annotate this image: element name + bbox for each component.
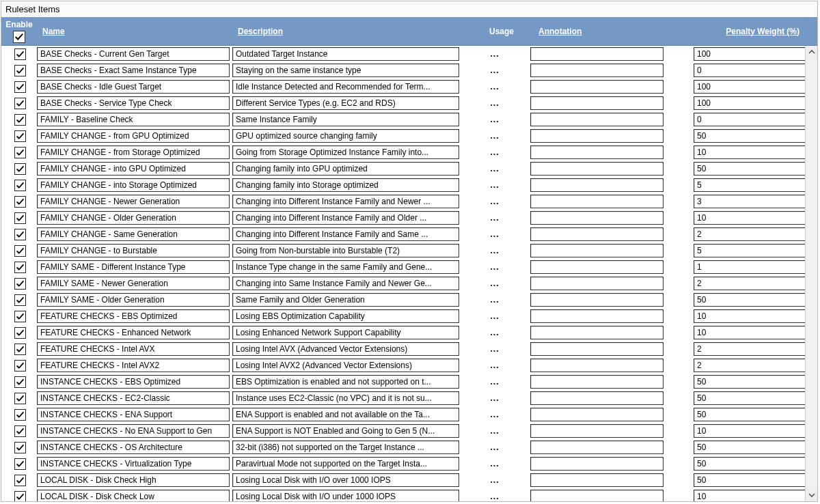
row-usage-cell[interactable]: ... bbox=[461, 115, 529, 124]
row-name-input[interactable] bbox=[37, 457, 230, 471]
row-annotation-input[interactable] bbox=[530, 80, 664, 94]
row-description-input[interactable] bbox=[232, 145, 459, 159]
vertical-scrollbar[interactable] bbox=[805, 46, 817, 501]
row-description-input[interactable] bbox=[232, 440, 459, 454]
row-penalty-input[interactable] bbox=[694, 96, 813, 110]
row-name-input[interactable] bbox=[37, 129, 230, 143]
row-annotation-input[interactable] bbox=[530, 162, 664, 176]
row-annotation-input[interactable] bbox=[530, 326, 664, 339]
row-annotation-input[interactable] bbox=[530, 490, 664, 501]
row-annotation-input[interactable] bbox=[530, 359, 664, 372]
row-usage-cell[interactable]: ... bbox=[461, 262, 529, 272]
row-description-input[interactable] bbox=[232, 211, 459, 225]
row-checkbox[interactable] bbox=[14, 311, 26, 322]
row-checkbox[interactable] bbox=[14, 98, 26, 109]
row-name-input[interactable] bbox=[37, 260, 230, 274]
row-name-input[interactable] bbox=[37, 178, 230, 192]
row-checkbox[interactable] bbox=[14, 163, 26, 175]
row-annotation-input[interactable] bbox=[530, 457, 664, 471]
row-name-input[interactable] bbox=[37, 277, 230, 290]
row-annotation-input[interactable] bbox=[530, 113, 664, 126]
row-penalty-input[interactable] bbox=[694, 375, 813, 389]
row-usage-cell[interactable]: ... bbox=[461, 393, 529, 403]
row-description-input[interactable] bbox=[232, 473, 459, 487]
row-description-input[interactable] bbox=[232, 195, 459, 208]
row-penalty-input[interactable] bbox=[694, 47, 813, 61]
row-name-input[interactable] bbox=[37, 64, 230, 77]
row-penalty-input[interactable] bbox=[694, 457, 813, 471]
row-checkbox[interactable] bbox=[14, 393, 26, 404]
row-annotation-input[interactable] bbox=[530, 96, 664, 110]
row-checkbox[interactable] bbox=[14, 294, 26, 306]
row-penalty-input[interactable] bbox=[694, 408, 813, 421]
row-description-input[interactable] bbox=[232, 424, 459, 438]
row-name-input[interactable] bbox=[37, 342, 230, 356]
row-checkbox[interactable] bbox=[14, 114, 26, 126]
row-name-input[interactable] bbox=[37, 293, 230, 307]
row-name-input[interactable] bbox=[37, 244, 230, 257]
row-checkbox[interactable] bbox=[14, 229, 26, 240]
row-annotation-input[interactable] bbox=[530, 47, 664, 61]
row-name-input[interactable] bbox=[37, 47, 230, 61]
row-name-input[interactable] bbox=[37, 113, 230, 126]
row-penalty-input[interactable] bbox=[694, 178, 813, 192]
row-annotation-input[interactable] bbox=[530, 309, 664, 323]
row-checkbox[interactable] bbox=[14, 360, 26, 372]
row-usage-cell[interactable]: ... bbox=[461, 197, 529, 206]
row-penalty-input[interactable] bbox=[694, 244, 813, 257]
row-description-input[interactable] bbox=[232, 309, 459, 323]
scroll-up-arrow[interactable] bbox=[806, 46, 817, 58]
row-name-input[interactable] bbox=[37, 80, 230, 94]
row-usage-cell[interactable]: ... bbox=[461, 66, 529, 75]
row-checkbox[interactable] bbox=[14, 81, 26, 93]
row-checkbox[interactable] bbox=[14, 130, 26, 142]
row-name-input[interactable] bbox=[37, 424, 230, 438]
row-penalty-input[interactable] bbox=[694, 342, 813, 356]
row-penalty-input[interactable] bbox=[694, 195, 813, 208]
row-penalty-input[interactable] bbox=[694, 473, 813, 487]
row-checkbox[interactable] bbox=[14, 376, 26, 388]
row-description-input[interactable] bbox=[232, 457, 459, 471]
row-checkbox[interactable] bbox=[14, 327, 26, 339]
row-usage-cell[interactable]: ... bbox=[461, 410, 529, 419]
row-description-input[interactable] bbox=[232, 359, 459, 372]
row-checkbox[interactable] bbox=[14, 212, 26, 224]
row-usage-cell[interactable]: ... bbox=[461, 213, 529, 223]
row-checkbox[interactable] bbox=[14, 196, 26, 208]
header-penalty-link[interactable]: Penalty Weight (%) bbox=[675, 27, 800, 36]
header-annotation-link[interactable]: Annotation bbox=[538, 27, 670, 36]
master-checkbox[interactable] bbox=[13, 31, 25, 43]
row-usage-cell[interactable]: ... bbox=[461, 131, 529, 141]
row-checkbox[interactable] bbox=[14, 458, 26, 470]
row-description-input[interactable] bbox=[232, 113, 459, 126]
row-usage-cell[interactable]: ... bbox=[461, 180, 529, 190]
header-description-link[interactable]: Description bbox=[238, 27, 465, 36]
row-penalty-input[interactable] bbox=[694, 162, 813, 176]
row-annotation-input[interactable] bbox=[530, 408, 664, 421]
row-name-input[interactable] bbox=[37, 440, 230, 454]
row-usage-cell[interactable]: ... bbox=[461, 344, 529, 354]
row-penalty-input[interactable] bbox=[694, 113, 813, 126]
row-name-input[interactable] bbox=[37, 391, 230, 405]
row-usage-cell[interactable]: ... bbox=[461, 459, 529, 468]
row-penalty-input[interactable] bbox=[694, 64, 813, 77]
row-usage-cell[interactable]: ... bbox=[461, 98, 529, 108]
row-annotation-input[interactable] bbox=[530, 391, 664, 405]
row-name-input[interactable] bbox=[37, 375, 230, 389]
row-name-input[interactable] bbox=[37, 309, 230, 323]
row-penalty-input[interactable] bbox=[694, 359, 813, 372]
row-name-input[interactable] bbox=[37, 227, 230, 241]
row-description-input[interactable] bbox=[232, 277, 459, 290]
row-usage-cell[interactable]: ... bbox=[461, 361, 529, 370]
row-penalty-input[interactable] bbox=[694, 277, 813, 290]
row-description-input[interactable] bbox=[232, 96, 459, 110]
row-description-input[interactable] bbox=[232, 80, 459, 94]
row-description-input[interactable] bbox=[232, 391, 459, 405]
row-checkbox[interactable] bbox=[14, 262, 26, 273]
row-usage-cell[interactable]: ... bbox=[461, 475, 529, 485]
row-checkbox[interactable] bbox=[14, 491, 26, 502]
row-name-input[interactable] bbox=[37, 162, 230, 176]
row-name-input[interactable] bbox=[37, 145, 230, 159]
row-name-input[interactable] bbox=[37, 490, 230, 501]
row-usage-cell[interactable]: ... bbox=[461, 492, 529, 501]
